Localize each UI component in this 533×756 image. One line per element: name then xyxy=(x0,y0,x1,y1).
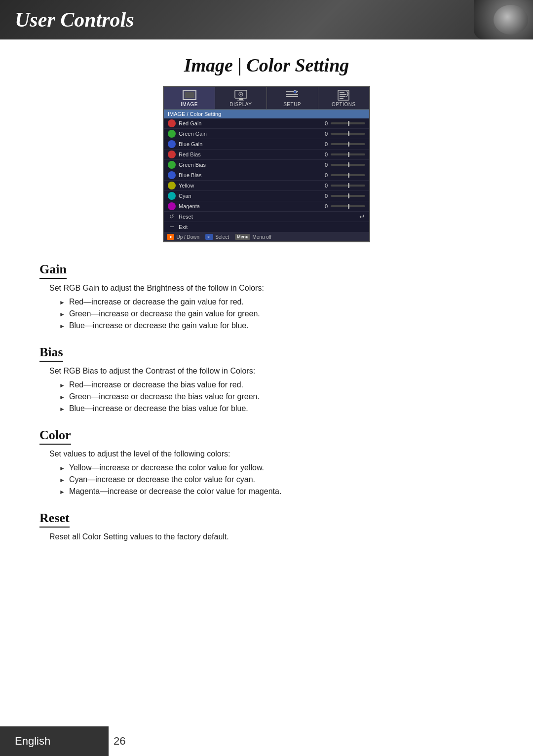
bullet-arrow-icon: ► xyxy=(59,465,65,472)
blue-gain-label: Blue Gain xyxy=(179,141,318,147)
color-description: Set values to adjust the level of the fo… xyxy=(49,450,494,458)
blue-bias-slider[interactable] xyxy=(331,174,365,176)
tab-setup[interactable]: SETUP xyxy=(267,87,318,109)
bullet-arrow-icon: ► xyxy=(59,299,65,306)
green-bias-slider[interactable] xyxy=(331,164,365,166)
osd-row-cyan[interactable]: Cyan 0 xyxy=(164,191,369,201)
bias-title: Bias xyxy=(39,345,63,362)
tab-image[interactable]: IMAGE xyxy=(164,87,215,109)
svg-rect-4 xyxy=(237,100,244,101)
color-title: Color xyxy=(39,428,71,445)
red-bias-label: Red Bias xyxy=(179,151,318,157)
blue-gain-slider[interactable] xyxy=(331,143,365,145)
tab-options[interactable]: OPTIONS xyxy=(318,87,369,109)
page-title: Image | Color Setting xyxy=(0,54,533,76)
gain-title: Gain xyxy=(39,262,67,279)
cyan-label: Cyan xyxy=(179,193,318,199)
red-bias-value: 0 xyxy=(318,151,328,157)
list-item: ► Magenta—increase or decrease the color… xyxy=(59,487,494,496)
osd-container: IMAGE DISPLAY xyxy=(0,86,533,242)
gain-bullet-1: Green—increase or decrease the gain valu… xyxy=(69,309,260,318)
gain-bullets: ► Red—increase or decrease the gain valu… xyxy=(59,298,494,330)
camera-decoration xyxy=(474,0,533,39)
green-gain-icon xyxy=(168,130,176,138)
tab-image-label: IMAGE xyxy=(181,102,198,107)
nav-btn: ● xyxy=(167,234,174,240)
reset-description: Reset all Color Setting values to the fa… xyxy=(49,532,494,541)
list-item: ► Yellow—increase or decrease the color … xyxy=(59,463,494,472)
exit-icon: ⊢ xyxy=(168,223,176,231)
osd-tabs: IMAGE DISPLAY xyxy=(164,87,369,110)
red-gain-icon xyxy=(168,119,176,127)
green-bias-label: Green Bias xyxy=(179,162,318,168)
color-bullet-0: Yellow—increase or decrease the color va… xyxy=(69,463,264,472)
red-gain-value: 0 xyxy=(318,120,328,126)
blue-bias-value: 0 xyxy=(318,172,328,178)
magenta-icon xyxy=(168,202,176,210)
red-gain-label: Red Gain xyxy=(179,120,318,126)
section-bias: Bias Set RGB Bias to adjust the Contrast… xyxy=(39,345,494,413)
osd-row-magenta[interactable]: Magenta 0 xyxy=(164,201,369,212)
reset-icon: ↺ xyxy=(168,213,176,221)
select-label: Select xyxy=(215,234,229,240)
reset-label: Reset xyxy=(179,214,359,220)
svg-rect-12 xyxy=(340,92,344,93)
svg-rect-15 xyxy=(340,98,343,99)
bias-bullet-0: Red—increase or decrease the bias value … xyxy=(69,380,243,389)
green-gain-value: 0 xyxy=(318,131,328,137)
red-bias-slider[interactable] xyxy=(331,153,365,155)
osd-row-green-gain[interactable]: Green Gain 0 xyxy=(164,129,369,139)
color-bullet-1: Cyan—increase or decrease the color valu… xyxy=(69,475,255,484)
bias-bullets: ► Red—increase or decrease the bias valu… xyxy=(59,380,494,413)
content-area: Gain Set RGB Gain to adjust the Brightne… xyxy=(0,257,533,596)
osd-row-exit[interactable]: ⊢ Exit xyxy=(164,222,369,232)
gain-description: Set RGB Gain to adjust the Brightness of… xyxy=(49,284,494,293)
blue-gain-icon xyxy=(168,140,176,148)
reset-title: Reset xyxy=(39,511,70,528)
yellow-value: 0 xyxy=(318,183,328,189)
exit-label: Exit xyxy=(179,224,365,230)
svg-point-6 xyxy=(240,94,241,95)
bias-bullet-2: Blue—increase or decrease the bias value… xyxy=(69,404,248,413)
svg-rect-14 xyxy=(340,96,345,97)
list-item: ► Green—increase or decrease the bias va… xyxy=(59,392,494,401)
tab-options-label: OPTIONS xyxy=(332,102,356,107)
yellow-slider[interactable] xyxy=(331,185,365,187)
tab-display-label: DISPLAY xyxy=(229,102,252,107)
display-tab-icon xyxy=(233,90,249,101)
green-bias-value: 0 xyxy=(318,162,328,168)
image-tab-icon xyxy=(182,90,197,101)
yellow-label: Yellow xyxy=(179,183,318,189)
list-item: ► Cyan—increase or decrease the color va… xyxy=(59,475,494,484)
list-item: ► Blue—increase or decrease the bias val… xyxy=(59,404,494,413)
bias-description: Set RGB Bias to adjust the Contrast of t… xyxy=(49,367,494,376)
section-gain: Gain Set RGB Gain to adjust the Brightne… xyxy=(39,262,494,330)
tab-display[interactable]: DISPLAY xyxy=(215,87,266,109)
language-label: English xyxy=(15,735,50,748)
magenta-value: 0 xyxy=(318,203,328,209)
cyan-slider[interactable] xyxy=(331,195,365,197)
osd-row-green-bias[interactable]: Green Bias 0 xyxy=(164,160,369,170)
red-gain-slider[interactable] xyxy=(331,122,365,124)
osd-row-blue-bias[interactable]: Blue Bias 0 xyxy=(164,170,369,181)
osd-footer: ● Up / Down ↵ Select Menu Menu off xyxy=(164,232,369,241)
color-bullet-2: Magenta—increase or decrease the color v… xyxy=(69,487,281,496)
osd-row-blue-gain[interactable]: Blue Gain 0 xyxy=(164,139,369,150)
list-item: ► Red—increase or decrease the bias valu… xyxy=(59,380,494,389)
blue-gain-value: 0 xyxy=(318,141,328,147)
footer-page-number: 26 xyxy=(109,726,125,756)
green-gain-slider[interactable] xyxy=(331,133,365,135)
menu-label: Menu off xyxy=(252,234,271,240)
list-item: ► Green—increase or decrease the gain va… xyxy=(59,309,494,318)
osd-menu: IMAGE DISPLAY xyxy=(163,86,370,242)
osd-row-yellow[interactable]: Yellow 0 xyxy=(164,181,369,191)
magenta-slider[interactable] xyxy=(331,205,365,207)
osd-row-red-bias[interactable]: Red Bias 0 xyxy=(164,150,369,160)
osd-row-reset[interactable]: ↺ Reset ↵ xyxy=(164,212,369,222)
bullet-arrow-icon: ► xyxy=(59,382,65,389)
svg-point-10 xyxy=(294,90,297,93)
magenta-label: Magenta xyxy=(179,203,318,209)
section-color: Color Set values to adjust the level of … xyxy=(39,428,494,496)
osd-row-red-gain[interactable]: Red Gain 0 xyxy=(164,118,369,129)
select-btn: ↵ xyxy=(205,234,213,240)
